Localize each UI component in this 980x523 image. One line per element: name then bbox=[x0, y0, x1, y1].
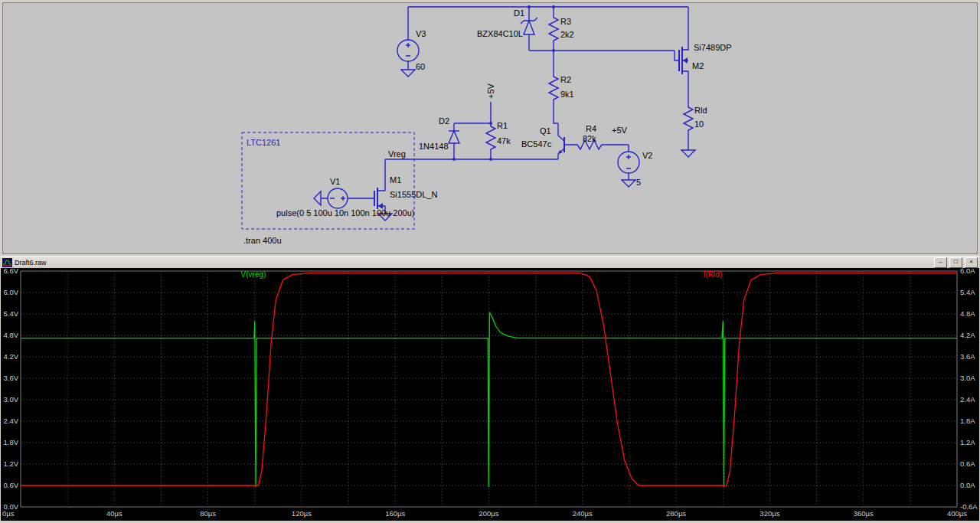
close-button[interactable]: × bbox=[965, 257, 978, 268]
waveform-plot-svg[interactable]: 6.6V6.0A6.0V5.4A5.4V4.8A4.8V4.2A4.2V3.6A… bbox=[1, 268, 979, 521]
q1-name-label: Q1 bbox=[540, 126, 551, 136]
waveform-plot-area[interactable]: 6.6V6.0A6.0V5.4A5.4V4.8A4.8V4.2A4.2V3.6A… bbox=[1, 268, 979, 521]
y-axis-left-tick: 5.4V bbox=[3, 309, 18, 318]
component-d2-symbol[interactable] bbox=[449, 131, 459, 143]
v3-value-label: 60 bbox=[416, 62, 425, 71]
junction-dot bbox=[552, 49, 555, 52]
d2-value-label: 1N4148 bbox=[419, 142, 449, 151]
y-axis-left-tick: 4.2V bbox=[3, 352, 18, 361]
y-axis-right-tick: 3.0A bbox=[960, 374, 975, 382]
trace-label-irld[interactable]: I(Rld) bbox=[704, 270, 722, 279]
plus5v-net-flag-b: +5V bbox=[612, 126, 628, 135]
waveform-titlebar[interactable]: Draft6.raw – □ × bbox=[1, 257, 979, 268]
r4-value-label: 82k bbox=[583, 134, 596, 143]
x-axis-tick: 240µs bbox=[573, 509, 593, 518]
y-axis-left-tick: 1.2V bbox=[3, 459, 18, 468]
v2-name-label: V2 bbox=[642, 151, 652, 160]
waveform-window-title: Draft6.raw bbox=[15, 259, 47, 266]
r2-name-label: R2 bbox=[560, 75, 571, 84]
y-axis-right-tick: 4.8A bbox=[960, 309, 975, 318]
y-axis-right-tick: 3.6A bbox=[960, 352, 975, 361]
component-r2-symbol[interactable] bbox=[549, 74, 558, 104]
component-v2-symbol[interactable] bbox=[618, 152, 639, 173]
d1-name-label: D1 bbox=[514, 8, 524, 18]
y-axis-left-tick: 6.0V bbox=[3, 288, 18, 296]
x-axis-tick: 200µs bbox=[479, 509, 498, 518]
y-axis-left-tick: 2.4V bbox=[3, 417, 18, 425]
junction-dot bbox=[528, 5, 531, 8]
y-axis-right-tick: 2.4A bbox=[960, 395, 975, 404]
y-axis-right-tick: 0.6A bbox=[960, 459, 975, 468]
component-v3-symbol[interactable] bbox=[397, 40, 419, 61]
d2-name-label: D2 bbox=[439, 116, 449, 126]
restore-button[interactable]: □ bbox=[949, 257, 962, 268]
v1-name-label: V1 bbox=[330, 177, 340, 186]
x-axis-tick: 0µs bbox=[2, 509, 15, 518]
schematic-editor-pane[interactable]: V3 60 D1 BZX84C10L R3 2k2 Si7489DP M2 R2… bbox=[2, 2, 978, 254]
r3-name-label: R3 bbox=[560, 17, 571, 26]
x-axis-tick: 280µs bbox=[666, 509, 686, 518]
r3-value-label: 2k2 bbox=[560, 30, 574, 39]
schematic-canvas[interactable]: V3 60 D1 BZX84C10L R3 2k2 Si7489DP M2 R2… bbox=[3, 3, 977, 252]
m1-value-label: Si1555DL_N bbox=[390, 190, 437, 199]
component-d1-symbol[interactable] bbox=[521, 18, 537, 34]
v1-value-label: pulse(0 5 100u 10n 100n 100u 200u) bbox=[276, 208, 414, 217]
m2-value-label: Si7489DP bbox=[694, 43, 732, 52]
component-rld-symbol[interactable] bbox=[684, 104, 693, 135]
q1-value-label: BC547c bbox=[521, 139, 552, 149]
plus5v-net-flag-a: +5V bbox=[486, 83, 495, 99]
y-axis-left-tick: 4.8V bbox=[3, 331, 18, 339]
v2-value-label: 5 bbox=[636, 178, 641, 187]
trace-label-vreg[interactable]: V(vreg) bbox=[241, 270, 266, 279]
y-axis-right-tick: 4.2A bbox=[960, 331, 975, 339]
component-r1-symbol[interactable] bbox=[486, 123, 495, 154]
ltc1261-block-label: LTC1261 bbox=[247, 138, 280, 147]
rld-name-label: Rld bbox=[694, 106, 707, 115]
tran-directive: .tran 400u bbox=[243, 236, 282, 245]
y-axis-right-tick: 1.8A bbox=[960, 417, 975, 425]
component-v1-symbol[interactable] bbox=[328, 188, 348, 208]
component-r3-symbol[interactable] bbox=[549, 15, 558, 45]
x-axis-tick: 360µs bbox=[854, 509, 874, 518]
r1-value-label: 47k bbox=[497, 136, 511, 145]
junction-dot bbox=[489, 158, 492, 161]
y-axis-left-tick: 1.8V bbox=[3, 438, 18, 446]
m2-name-label: M2 bbox=[692, 61, 704, 70]
y-axis-right-tick: 6.0A bbox=[960, 268, 975, 275]
junction-dot bbox=[452, 158, 456, 161]
d1-value-label: BZX84C10L bbox=[477, 29, 523, 38]
x-axis-tick: 80µs bbox=[200, 509, 216, 518]
rld-value-label: 10 bbox=[694, 119, 704, 129]
y-axis-left-tick: 3.6V bbox=[3, 374, 18, 382]
waveform-window-icon bbox=[2, 258, 12, 267]
x-axis-tick: 40µs bbox=[106, 509, 122, 518]
y-axis-left-tick: 3.0V bbox=[3, 395, 18, 404]
r4-name-label: R4 bbox=[586, 124, 596, 133]
v3-name-label: V3 bbox=[416, 29, 426, 38]
y-axis-left-tick: 6.6V bbox=[3, 268, 18, 275]
x-axis-tick: 120µs bbox=[292, 509, 312, 518]
y-axis-right-tick: 5.4A bbox=[960, 288, 975, 296]
minimize-button[interactable]: – bbox=[934, 257, 947, 268]
vreg-net-label: Vreg bbox=[388, 149, 406, 159]
junction-dot bbox=[552, 5, 555, 8]
y-axis-left-tick: 0.6V bbox=[3, 481, 18, 489]
waveform-viewer-window: Draft6.raw – □ × 6.6V6.0A6.0V5.4A5.4V4.8… bbox=[0, 256, 980, 523]
r1-name-label: R1 bbox=[497, 121, 508, 130]
component-m2-symbol[interactable] bbox=[679, 47, 688, 74]
x-axis-tick: 320µs bbox=[760, 509, 779, 518]
component-q1-symbol[interactable] bbox=[558, 136, 564, 154]
m1-name-label: M1 bbox=[390, 175, 401, 185]
x-axis-tick: 400µs bbox=[947, 509, 967, 518]
y-axis-right-tick: 1.2A bbox=[960, 438, 975, 446]
x-axis-tick: 160µs bbox=[385, 509, 405, 518]
r2-value-label: 9k1 bbox=[560, 90, 574, 99]
y-axis-right-tick: 0.0A bbox=[960, 481, 975, 489]
